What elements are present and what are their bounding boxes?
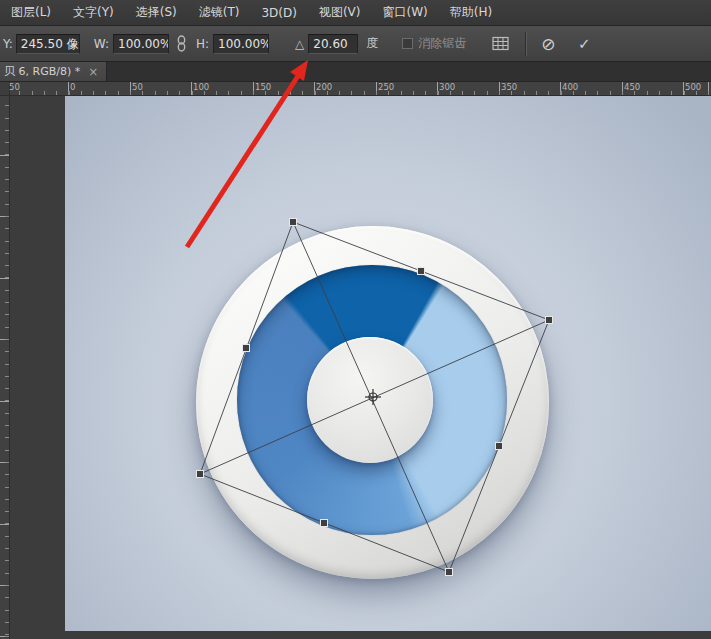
ruler-number: 300 xyxy=(439,82,455,92)
commit-transform-button[interactable]: ✓ xyxy=(573,35,595,53)
w-label: W: xyxy=(94,37,109,51)
warp-mode-toggle-icon[interactable] xyxy=(488,33,512,55)
y-label: Y: xyxy=(3,37,13,51)
height-input[interactable]: 100.00% xyxy=(213,34,269,54)
horizontal-ruler[interactable]: 50 0 50 100 150 200 250 300 350 400 450 … xyxy=(10,82,711,96)
ruler-number: 150 xyxy=(255,82,271,92)
antialias-checkbox[interactable] xyxy=(402,38,413,49)
options-separator xyxy=(526,32,527,56)
cancel-transform-button[interactable]: ⊘ xyxy=(537,34,559,54)
tab-close-icon[interactable]: × xyxy=(88,65,98,79)
menu-item-help[interactable]: 帮助(H) xyxy=(439,0,503,25)
menu-item-type[interactable]: 文字(Y) xyxy=(62,0,125,25)
ruler-number: 400 xyxy=(562,82,578,92)
ruler-number: 250 xyxy=(378,82,394,92)
document-tab-bar: 贝 6, RGB/8) * × xyxy=(0,62,711,82)
rotate-angle-icon: △ xyxy=(295,37,304,51)
ruler-number: 100 xyxy=(193,82,209,92)
menu-item-layer[interactable]: 图层(L) xyxy=(0,0,62,25)
ruler-number: 500 xyxy=(685,82,701,92)
link-dimensions-icon[interactable] xyxy=(175,35,188,52)
ruler-number: 50 xyxy=(9,82,20,92)
degree-unit-label: 度 xyxy=(366,35,378,52)
knob-center-button xyxy=(307,337,433,463)
rotation-angle-input[interactable]: 20.60 xyxy=(308,34,358,54)
ruler-number: 350 xyxy=(501,82,517,92)
ruler-number: 0 xyxy=(70,82,75,92)
y-position-input[interactable]: 245.50 像素 xyxy=(16,34,80,54)
menu-bar: 图层(L) 文字(Y) 选择(S) 滤镜(T) 3D(D) 视图(V) 窗口(W… xyxy=(0,0,711,26)
menu-item-window[interactable]: 窗口(W) xyxy=(372,0,439,25)
vertical-ruler[interactable] xyxy=(0,96,10,639)
h-label: H: xyxy=(196,37,209,51)
ruler-number: 450 xyxy=(624,82,640,92)
ruler-number: 200 xyxy=(316,82,332,92)
menu-item-view[interactable]: 视图(V) xyxy=(308,0,372,25)
antialias-label: 消除锯齿 xyxy=(418,35,466,52)
menu-item-3d[interactable]: 3D(D) xyxy=(250,0,307,25)
width-input[interactable]: 100.00% xyxy=(113,34,169,54)
document-tab-title: 贝 6, RGB/8) * xyxy=(4,64,80,79)
menu-item-select[interactable]: 选择(S) xyxy=(125,0,188,25)
transform-options-bar: Y: 245.50 像素 W: 100.00% H: 100.00% △ 20.… xyxy=(0,26,711,62)
ruler-number: 50 xyxy=(132,82,143,92)
document-tab[interactable]: 贝 6, RGB/8) * × xyxy=(0,62,107,81)
menu-item-filter[interactable]: 滤镜(T) xyxy=(188,0,251,25)
